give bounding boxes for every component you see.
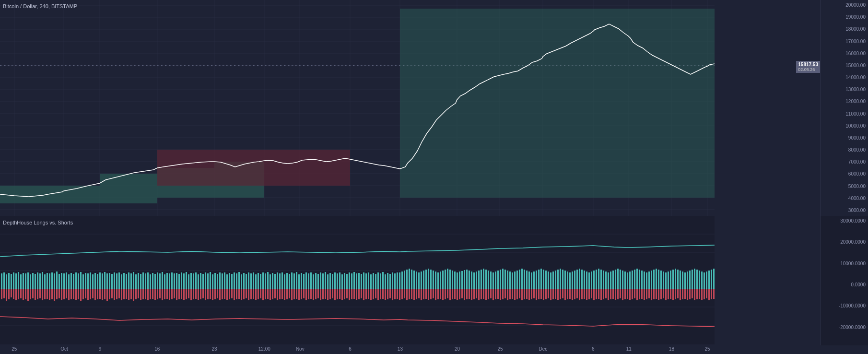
svg-rect-127 (186, 272, 187, 289)
svg-rect-589 (579, 289, 580, 300)
svg-rect-266 (519, 270, 520, 289)
svg-rect-567 (526, 289, 528, 299)
svg-rect-353 (13, 289, 14, 299)
svg-rect-435 (210, 289, 211, 299)
svg-rect-591 (584, 289, 585, 299)
svg-rect-375 (66, 289, 67, 298)
svg-rect-71 (51, 272, 53, 289)
svg-rect-409 (147, 289, 149, 300)
svg-rect-623 (660, 289, 662, 299)
svg-rect-522 (418, 289, 420, 298)
svg-rect-135 (205, 272, 206, 289)
svg-rect-530 (437, 289, 439, 299)
svg-rect-471 (296, 289, 297, 299)
svg-rect-631 (680, 289, 681, 300)
svg-rect-595 (593, 289, 595, 300)
svg-rect-257 (497, 271, 499, 289)
price-level-12000: 12000.00 (823, 99, 866, 105)
svg-rect-523 (421, 289, 422, 300)
svg-rect-444 (231, 289, 233, 298)
svg-rect-338 (692, 270, 693, 289)
svg-rect-255 (493, 272, 494, 289)
svg-rect-67 (42, 272, 43, 289)
svg-rect-370 (54, 289, 55, 301)
svg-rect-398 (121, 289, 122, 300)
svg-rect-191 (339, 272, 340, 289)
svg-rect-495 (353, 289, 355, 299)
svg-rect-158 (260, 274, 261, 289)
svg-rect-95 (109, 273, 110, 289)
svg-rect-144 (226, 274, 228, 289)
svg-rect-133 (200, 273, 201, 289)
svg-rect-216 (399, 272, 400, 289)
price-level-10000: 10000.00 (823, 123, 866, 129)
svg-rect-521 (416, 289, 417, 299)
time-label-25c: 25 (705, 346, 710, 352)
svg-rect-561 (512, 289, 513, 299)
svg-rect-36 (0, 186, 100, 203)
svg-rect-93 (104, 272, 106, 289)
svg-rect-137 (210, 272, 211, 289)
svg-rect-163 (272, 273, 273, 289)
svg-rect-91 (99, 272, 101, 289)
svg-rect-575 (545, 289, 547, 299)
svg-rect-404 (135, 289, 137, 299)
price-level-13000: 13000.00 (823, 87, 866, 93)
svg-rect-577 (550, 289, 551, 300)
svg-rect-156 (255, 274, 257, 289)
svg-rect-343 (704, 272, 705, 289)
svg-rect-299 (598, 269, 599, 289)
svg-rect-640 (701, 289, 703, 300)
svg-rect-301 (603, 271, 604, 289)
svg-rect-385 (90, 289, 91, 299)
svg-rect-458 (265, 289, 266, 299)
time-label-20: 20 (455, 346, 460, 352)
svg-rect-203 (368, 272, 369, 289)
svg-rect-420 (174, 289, 175, 298)
svg-rect-391 (104, 289, 106, 299)
svg-rect-553 (493, 289, 494, 300)
svg-rect-188 (332, 274, 333, 289)
svg-rect-563 (516, 289, 518, 299)
svg-rect-336 (687, 271, 688, 289)
svg-rect-501 (368, 289, 369, 299)
svg-rect-179 (310, 272, 312, 289)
svg-rect-326 (663, 271, 664, 289)
svg-rect-496 (356, 289, 357, 300)
svg-rect-446 (236, 289, 237, 299)
svg-rect-554 (495, 289, 496, 299)
svg-rect-550 (485, 289, 487, 300)
svg-rect-74 (59, 274, 60, 289)
time-label-nov: Nov (296, 346, 305, 352)
svg-rect-332 (677, 270, 679, 289)
ind-level-minus10000: -10000.0000 (823, 303, 866, 309)
svg-rect-387 (94, 289, 96, 300)
svg-rect-151 (243, 273, 245, 289)
svg-rect-397 (118, 289, 120, 298)
svg-rect-373 (61, 289, 62, 300)
svg-rect-552 (490, 289, 492, 298)
svg-rect-532 (442, 289, 444, 300)
svg-rect-246 (471, 271, 472, 289)
svg-rect-195 (349, 272, 350, 289)
price-level-16000: 16000.00 (823, 51, 866, 57)
svg-rect-223 (416, 271, 417, 289)
svg-rect-546 (476, 289, 477, 298)
svg-rect-264 (514, 271, 516, 289)
svg-rect-260 (504, 270, 506, 289)
svg-rect-207 (377, 272, 379, 289)
svg-rect-122 (174, 273, 175, 289)
svg-rect-600 (605, 289, 607, 298)
svg-rect-508 (385, 289, 386, 300)
svg-rect-620 (653, 289, 655, 299)
svg-rect-92 (102, 273, 103, 289)
svg-rect-170 (289, 274, 290, 289)
svg-rect-84 (82, 274, 84, 289)
svg-rect-613 (636, 289, 638, 300)
svg-rect-322 (653, 270, 655, 289)
svg-rect-148 (236, 273, 237, 289)
svg-rect-574 (543, 289, 544, 300)
svg-rect-572 (538, 289, 540, 299)
svg-rect-441 (224, 289, 225, 299)
svg-rect-633 (684, 289, 686, 299)
